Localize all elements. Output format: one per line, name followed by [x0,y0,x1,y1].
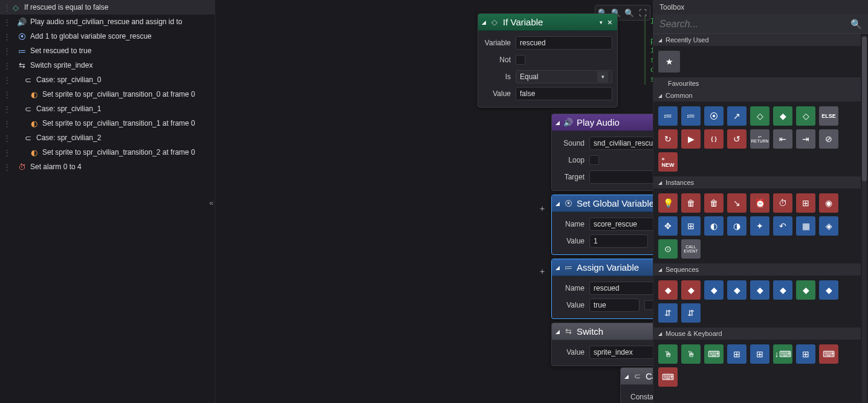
collapse-icon[interactable]: ◢ [482,19,486,25]
tool-key-release-icon[interactable]: ⌨ [819,344,838,364]
outline-row[interactable]: ⋮◐Set sprite to spr_civilian_transition_… [0,87,215,102]
not-checkbox[interactable] [516,55,525,65]
tool-color-icon[interactable]: ◈ [819,216,838,236]
zoom-in-icon[interactable]: 🔍 [623,7,635,19]
toolbox-scrollbar[interactable] [862,36,867,403]
tool-transform-icon[interactable]: ✦ [750,216,769,236]
node-if-variable[interactable]: ◢ ◇ If Variable ▾ × Variable rescued Not… [478,13,618,108]
tool-set-alarm-icon[interactable]: ⏱ [773,193,792,213]
tool-global-var-icon[interactable]: ⦿ [704,106,724,126]
tool-key-check-icon[interactable]: ⌨ [704,344,724,364]
tool-repeat-icon[interactable]: ▶ [681,129,701,149]
group-sequences[interactable]: ◢ Sequences [653,263,861,276]
tool-loop-icon[interactable]: ↻ [658,129,678,149]
tool-seq-destroy-icon[interactable]: ◆ [681,280,701,300]
tool-sprite-frame-icon[interactable]: ◑ [727,216,747,236]
tool-while-icon[interactable]: ↺ [727,129,747,149]
tool-mouse-check-icon[interactable]: 🖱 [658,344,678,364]
tool-if-expr-icon[interactable]: ◆ [773,106,792,126]
tool-get-alarm-icon[interactable]: ⊞ [796,193,815,213]
dropdown-icon[interactable]: ▾ [600,19,603,25]
tool-seq-exists-icon[interactable]: ◆ [796,280,815,300]
group-favourites[interactable]: Favourites [653,77,861,89]
scrollbar-thumb[interactable] [862,36,867,181]
tool-assign-var-icon[interactable]: ≔ [658,106,678,126]
group-mouse-keyboard[interactable]: ◢ Mouse & Keyboard [653,327,861,340]
search-input[interactable] [659,19,850,30]
tool-call-event-icon[interactable]: CALLEVENT [681,239,701,259]
tool-seq-play-icon[interactable]: ◆ [727,280,747,300]
canvas-area[interactable]: 🔍 🔍 🔍 ⛶ If not rescued, play rescue soun… [215,0,653,403]
collapse-icon[interactable]: ◢ [555,265,560,271]
outline-row[interactable]: ⋮⦿Add 1 to global variable score_rescue [0,29,215,44]
tool-seq-get-icon[interactable]: ◆ [819,280,838,300]
outline-row[interactable]: ⋮⊂Case: spr_civilian_1 [0,102,215,116]
add-handle-left[interactable]: + [538,267,546,276]
add-handle-left[interactable]: + [538,204,546,213]
outline-row[interactable]: ⋮⇆Switch sprite_index [0,58,215,73]
tool-key-grid2-icon[interactable]: ⊞ [750,344,769,364]
tool-key-down-icon[interactable]: ↓⌨ [773,344,792,364]
tool-temp-var-icon[interactable]: ≔ [681,106,701,126]
collapse-icon[interactable]: ◢ [624,373,629,379]
outline-row[interactable]: ⋮⊂Case: spr_civilian_0 [0,73,215,87]
outline-row[interactable]: ⋮≔Set rescued to true [0,44,215,58]
value-input[interactable]: 1 [589,234,648,248]
tool-rotate-icon[interactable]: ↶ [773,216,792,236]
tool-seq-create-icon[interactable]: ◆ [658,280,678,300]
outline-row[interactable]: ⋮◇If rescued is equal to false [0,0,215,15]
group-recently-used[interactable]: ◢ Recently Used [653,34,861,46]
tool-destroy-icon[interactable]: 🗑 [681,193,701,213]
tool-create-instance-icon[interactable]: 💡 [658,193,678,213]
value-input[interactable]: true [589,298,640,312]
group-common[interactable]: ◢ Common [653,89,861,102]
chevron-down-icon[interactable]: ▾ [597,71,608,82]
tool-key-grid-icon[interactable]: ⊞ [727,344,747,364]
group-instances[interactable]: ◢ Instances [653,176,861,189]
tool-if-var-icon[interactable]: ◇ [750,106,769,126]
tool-move-icon[interactable]: ✥ [658,216,678,236]
target-input[interactable] [589,170,656,184]
collapse-left-handle[interactable]: « [209,198,213,207]
tool-apply-icon[interactable]: ⊙ [658,239,678,259]
tool-exit-icon[interactable]: ⇥ [796,129,815,149]
variable-input[interactable]: rescued [516,36,612,50]
outline-row[interactable]: ⋮◐Set sprite to spr_civilian_transition_… [0,116,215,131]
tool-seq-a-icon[interactable]: ⇵ [658,303,678,323]
tool-else-icon[interactable]: ELSE [819,106,838,126]
is-select[interactable]: Equal ▾ [516,70,612,83]
tool-alarm-icon[interactable]: ⏰ [750,193,769,213]
tool-seq-speed-icon[interactable]: ◆ [773,280,792,300]
outline-row[interactable]: ⋮⊂Case: spr_civilian_2 [0,131,215,145]
tool-key-map-icon[interactable]: ⊞ [796,344,815,364]
tool-new-icon[interactable]: »NEW [658,152,678,172]
tool-seq-b-icon[interactable]: ⇵ [681,303,701,323]
node-header[interactable]: ◢ ◇ If Variable ▾ × [478,14,617,31]
tool-get-var-icon[interactable]: ↗ [727,106,747,126]
collapse-icon[interactable]: ◢ [555,329,560,335]
tool-key-event-icon[interactable]: ⌨ [658,367,678,387]
value-input[interactable]: false [516,87,612,100]
tool-if-undef-icon[interactable]: ◇ [796,106,815,126]
tool-seq-pause-icon[interactable]: ◆ [704,280,724,300]
tool-star-icon[interactable]: ★ [658,51,680,73]
collapse-icon[interactable]: ◢ [555,201,560,207]
tool-sprite-icon[interactable]: ◐ [704,216,724,236]
tool-layer-icon[interactable]: ▦ [796,216,815,236]
tool-move-grid-icon[interactable]: ⊞ [681,216,701,236]
tool-instance-exists-icon[interactable]: ◉ [819,193,838,213]
tool-mouse-pressed-icon[interactable]: 🖱 [681,344,701,364]
tool-return-icon[interactable]: ↩RETURN [750,129,769,149]
tool-destroy-at-icon[interactable]: 🗑 [704,193,724,213]
tool-for-icon[interactable]: { } [704,129,724,149]
search-icon[interactable]: 🔍 [850,19,862,30]
tool-seq-head-icon[interactable]: ◆ [750,280,769,300]
collapse-icon[interactable]: ◢ [555,120,560,126]
tool-cancel-icon[interactable]: ⊘ [819,129,838,149]
outline-row[interactable]: ⋮◐Set sprite to spr_civilian_transition_… [0,145,215,160]
tool-point-icon[interactable]: ↘ [727,193,747,213]
tool-break-icon[interactable]: ⇤ [773,129,792,149]
close-icon[interactable]: × [606,18,614,27]
outline-row[interactable]: ⋮⏱Set alarm 0 to 4 [0,160,215,174]
outline-row[interactable]: ⋮🔊Play audio snd_civilian_rescue and ass… [0,15,215,29]
